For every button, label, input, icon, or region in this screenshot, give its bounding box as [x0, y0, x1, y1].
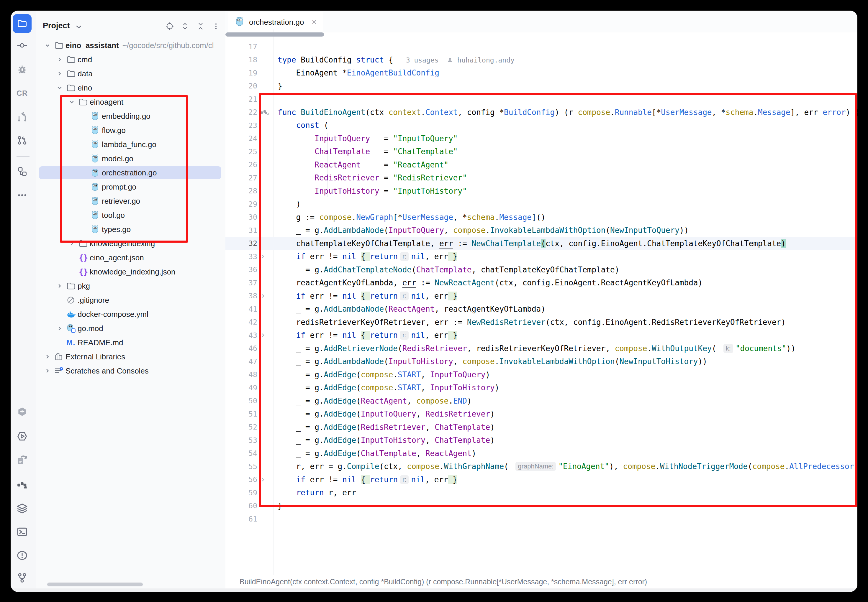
update-project-button[interactable] — [13, 108, 32, 127]
tree-item-go-mod[interactable]: go.mod — [36, 321, 225, 335]
dependencies-button[interactable] — [13, 403, 32, 422]
code-line-28[interactable]: 28 InputToHistory = "InputToHistory" — [225, 184, 857, 198]
tree-item-data[interactable]: data — [36, 67, 225, 81]
project-tool-button[interactable] — [13, 14, 32, 33]
fold-chevron-icon[interactable] — [257, 254, 278, 259]
locate-file-button[interactable] — [165, 22, 174, 31]
tree-item-docker-compose-yml[interactable]: docker-compose.yml — [36, 307, 225, 321]
chevron-right-icon[interactable] — [56, 283, 67, 289]
tree-item-tool-go[interactable]: tool.go — [36, 208, 225, 222]
code-line-42[interactable]: 42 redisRetrieverKeyOfRetriever, err := … — [225, 316, 857, 329]
chevron-right-icon[interactable] — [56, 71, 67, 77]
version-control-button[interactable] — [13, 568, 32, 587]
code-line-49[interactable]: 49 _ = g.AddEdge(compose.START, InputToH… — [225, 381, 857, 395]
code-line-38[interactable]: 38 if err != nil { returnr:nil, err } — [225, 290, 857, 303]
tree-item-pkg[interactable]: pkg — [36, 279, 225, 293]
chevron-down-icon[interactable] — [68, 99, 79, 105]
tree-item-prompt-go[interactable]: prompt.go — [36, 180, 225, 194]
code-line-46[interactable]: 46 _ = g.AddRetrieverNode(RedisRetriever… — [225, 342, 857, 355]
code-line-29[interactable]: 29 ) — [225, 198, 857, 211]
code-line-25[interactable]: 25 ChatTemplate = "ChatTemplate" — [225, 145, 857, 158]
code-line-52[interactable]: 52 _ = g.AddEdge(RedisRetriever, ChatTem… — [225, 421, 857, 434]
tree-item-embedding-go[interactable]: embedding.go — [36, 109, 225, 123]
code-line-27[interactable]: 27 RedisRetriever = "RedisRetriever" — [225, 171, 857, 184]
problems-button[interactable] — [13, 546, 32, 565]
tree-item-knowledge-indexing-json[interactable]: {}knowledge_indexing.json — [36, 265, 225, 279]
tree-item--gitignore[interactable]: .gitignore — [36, 293, 225, 307]
tree-item-einoagent[interactable]: einoagent — [36, 95, 225, 109]
code-line-26[interactable]: 26 ReactAgent = "ReactAgent" — [225, 158, 857, 172]
chevron-right-icon[interactable] — [56, 56, 67, 63]
tree-item-model-go[interactable]: model.go — [36, 152, 225, 166]
pull-requests-button[interactable] — [13, 131, 32, 150]
run-profile-button[interactable] — [13, 427, 32, 446]
tree-item-orchestration-go[interactable]: orchestration.go — [36, 166, 225, 180]
code-line-61[interactable]: 61 — [225, 512, 857, 526]
code-line-32[interactable]: 32 chatTemplateKeyOfChatTemplate, err :=… — [225, 237, 857, 250]
code-line-31[interactable]: 31 _ = g.AddLambdaNode(InputToQuery, com… — [225, 224, 857, 237]
tree-item-eino-assistant[interactable]: eino_assistant~/gocode/src/github.com/cl — [36, 38, 225, 52]
services-button[interactable] — [13, 499, 32, 518]
tree-item-scratches-and-consoles[interactable]: Scratches and Consoles — [36, 364, 225, 378]
fold-chevron-icon[interactable] — [257, 333, 278, 338]
code-line-47[interactable]: 47 _ = g.AddLambdaNode(InputToHistory, c… — [225, 355, 857, 368]
code-line-59[interactable]: 59 return r, err — [225, 486, 857, 499]
code-line-17[interactable]: 17 — [225, 40, 857, 53]
terminal-button[interactable] — [13, 522, 32, 541]
fold-chevron-icon[interactable] — [257, 293, 278, 299]
code-line-21[interactable]: 21 — [225, 92, 857, 106]
expand-all-button[interactable] — [180, 22, 189, 31]
code-review-button[interactable]: CR — [13, 84, 32, 103]
tree-item-cmd[interactable]: cmd — [36, 52, 225, 67]
code-area[interactable]: 1718type BuildConfig struct { 3 usages h… — [225, 29, 857, 575]
code-line-22[interactable]: 22func BuildEinoAgent(ctx context.Contex… — [225, 106, 857, 119]
code-line-36[interactable]: 36 _ = g.AddChatTemplateNode(ChatTemplat… — [225, 263, 857, 276]
tree-item-external-libraries[interactable]: External Libraries — [36, 350, 225, 364]
chevron-right-icon[interactable] — [44, 353, 55, 360]
tree-item-eino[interactable]: eino — [36, 81, 225, 95]
collapse-all-button[interactable] — [196, 22, 205, 31]
code-line-23[interactable]: 23 const ( — [225, 119, 857, 132]
code-line-30[interactable]: 30 g := compose.NewGraph[*UserMessage, *… — [225, 211, 857, 224]
run-anything-button[interactable] — [13, 450, 32, 469]
chevron-right-icon[interactable] — [44, 368, 55, 374]
code-line-48[interactable]: 48 _ = g.AddEdge(compose.START, InputToQ… — [225, 368, 857, 381]
tree-item-readme-md[interactable]: M↓README.md — [36, 335, 225, 350]
fold-chevron-icon[interactable] — [257, 477, 278, 482]
code-line-50[interactable]: 50 _ = g.AddEdge(ReactAgent, compose.END… — [225, 395, 857, 408]
more-tools-button[interactable] — [13, 186, 32, 204]
code-line-56[interactable]: 56 if err != nil { returnr:nil, err } — [225, 473, 857, 487]
breadcrumb-function-signature[interactable]: BuildEinoAgent(ctx context.Context, conf… — [240, 577, 647, 586]
tab-orchestration-go[interactable]: orchestration.go × — [228, 12, 323, 32]
code-line-51[interactable]: 51 _ = g.AddEdge(InputToQuery, RedisRetr… — [225, 407, 857, 421]
more-options-button[interactable] — [212, 22, 220, 31]
chevron-right-icon[interactable] — [68, 240, 79, 247]
tree-item-retriever-go[interactable]: retriever.go — [36, 194, 225, 208]
debug-button[interactable] — [13, 60, 32, 79]
project-panel-title[interactable]: Project — [43, 21, 70, 31]
code-line-55[interactable]: 55 r, err = g.Compile(ctx, compose.WithG… — [225, 460, 857, 473]
tab-bar-scrollbar[interactable] — [225, 32, 324, 37]
code-line-24[interactable]: 24 InputToQuery = "InputToQuery" — [225, 132, 857, 145]
code-line-19[interactable]: 19 EinoAgent *EinoAgentBuildConfig — [225, 66, 857, 80]
chevron-down-icon[interactable] — [56, 84, 67, 91]
code-line-20[interactable]: 20} — [225, 80, 857, 93]
code-line-33[interactable]: 33 if err != nil { returnr:nil, err } — [225, 250, 857, 263]
tree-item-types-go[interactable]: types.go — [36, 222, 225, 236]
code-line-41[interactable]: 41 _ = g.AddLambdaNode(ReactAgent, react… — [225, 303, 857, 316]
structure-button[interactable] — [13, 162, 32, 181]
chevron-right-icon[interactable] — [56, 325, 67, 332]
tree-item-lambda-func-go[interactable]: lambda_func.go — [36, 137, 225, 152]
code-line-43[interactable]: 43 if err != nil { returnr:nil, err } — [225, 329, 857, 342]
code-line-37[interactable]: 37 reactAgentKeyOfLambda, err := NewReac… — [225, 276, 857, 290]
chevron-down-icon[interactable] — [44, 42, 55, 49]
tree-item-flow-go[interactable]: flow.go — [36, 123, 225, 137]
profiler-button[interactable] — [13, 475, 32, 494]
close-icon[interactable]: × — [312, 18, 316, 26]
code-line-18[interactable]: 18type BuildConfig struct { 3 usages huh… — [225, 53, 857, 67]
tree-item-eino-agent-json[interactable]: {}eino_agent.json — [36, 250, 225, 265]
project-tree-horizontal-scrollbar[interactable] — [47, 582, 143, 587]
tree-item-knowledgeindexing[interactable]: knowledgeindexing — [36, 236, 225, 250]
commit-button[interactable] — [13, 36, 32, 55]
code-line-53[interactable]: 53 _ = g.AddEdge(InputToHistory, ChatTem… — [225, 434, 857, 447]
